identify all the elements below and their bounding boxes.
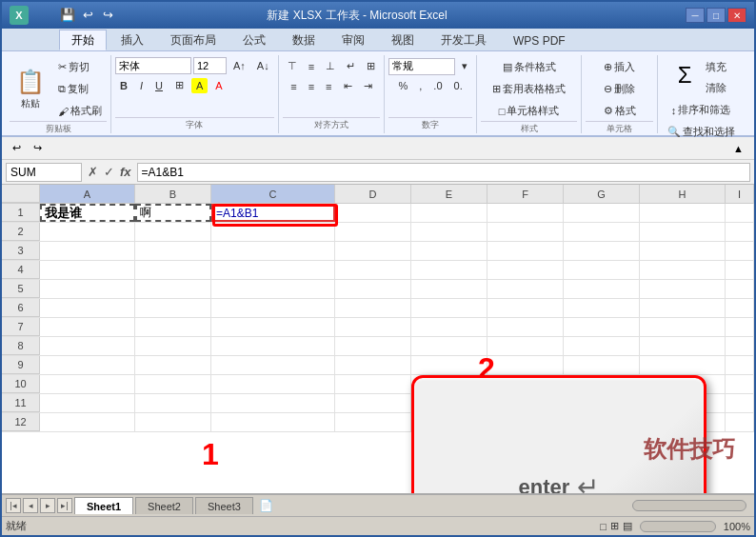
cell-c8[interactable] (211, 337, 335, 355)
cell-b9[interactable] (135, 356, 211, 374)
cell-c4[interactable] (211, 261, 335, 279)
decrease-font-button[interactable]: A↓ (252, 57, 274, 74)
tab-formula[interactable]: 公式 (230, 30, 278, 50)
cell-d12[interactable] (335, 413, 411, 431)
sheet-tab-3[interactable]: Sheet3 (195, 497, 253, 514)
cell-b4[interactable] (135, 261, 211, 279)
cell-i4[interactable] (726, 261, 754, 279)
cell-e5[interactable] (411, 280, 487, 298)
fill-color-button[interactable]: A (191, 78, 208, 93)
sheet-nav-last[interactable]: ▸| (57, 498, 72, 513)
row-header-12[interactable]: 12 (2, 413, 40, 431)
cell-h8[interactable] (640, 337, 726, 355)
cell-f6[interactable] (487, 299, 564, 317)
cancel-formula-button[interactable]: ✗ (86, 165, 100, 179)
cell-d9[interactable] (335, 356, 411, 374)
col-header-c[interactable]: C (211, 185, 335, 203)
cell-f12[interactable] (487, 413, 564, 431)
horizontal-scrollbar[interactable] (632, 500, 746, 511)
increase-font-button[interactable]: A↑ (229, 57, 250, 74)
cell-f2[interactable] (487, 223, 564, 241)
indent-right-button[interactable]: ⇥ (359, 77, 377, 95)
cell-style-button[interactable]: □ 单元格样式 (494, 101, 565, 121)
align-middle-button[interactable]: ≡ (304, 57, 319, 75)
align-right-button[interactable]: ≡ (321, 77, 336, 95)
row-header-1[interactable]: 1 (2, 204, 40, 222)
cell-e10[interactable] (411, 375, 487, 393)
cell-g6[interactable] (564, 299, 640, 317)
cell-g10[interactable] (564, 375, 640, 393)
conditional-format-button[interactable]: ▤ 条件格式 (498, 57, 561, 77)
minimize-button[interactable]: ─ (686, 8, 705, 23)
formula-input[interactable]: =A1&B1 (137, 163, 750, 182)
cell-b7[interactable] (135, 318, 211, 336)
format-painter-button[interactable]: 🖌 格式刷 (53, 101, 107, 121)
table-format-button[interactable]: ⊞ 套用表格格式 (487, 79, 570, 99)
cell-d2[interactable] (335, 223, 411, 241)
cell-a4[interactable] (40, 261, 135, 279)
view-normal-button[interactable]: □ (600, 521, 607, 532)
fill-button[interactable]: 填充 (701, 57, 731, 77)
copy-button[interactable]: ⧉ 复制 (53, 79, 107, 99)
cell-h11[interactable] (640, 394, 726, 412)
wrap-text-button[interactable]: ↵ (342, 57, 360, 75)
cell-d5[interactable] (335, 280, 411, 298)
cell-i1[interactable] (726, 204, 754, 222)
confirm-formula-button[interactable]: ✓ (102, 165, 116, 179)
corner-cell[interactable] (2, 185, 40, 203)
cell-i6[interactable] (726, 299, 754, 317)
format-cell-button[interactable]: ⚙ 格式 (599, 101, 641, 121)
col-header-h[interactable]: H (640, 185, 726, 203)
restore-button[interactable]: □ (706, 8, 726, 23)
row-header-5[interactable]: 5 (2, 280, 40, 298)
redo-button[interactable]: ↪ (29, 140, 47, 156)
align-bottom-button[interactable]: ⊥ (321, 57, 340, 75)
ribbon-collapse-button[interactable]: ▲ (728, 141, 748, 156)
cell-a7[interactable] (40, 318, 135, 336)
cell-b8[interactable] (135, 337, 211, 355)
cell-d6[interactable] (335, 299, 411, 317)
undo-qa-button[interactable]: ↩ (79, 6, 96, 23)
cell-e4[interactable] (411, 261, 487, 279)
bold-button[interactable]: B (115, 77, 132, 94)
sheet-nav-next[interactable]: ▸ (40, 498, 55, 513)
cell-c5[interactable] (211, 280, 335, 298)
cell-h2[interactable] (640, 223, 726, 241)
cell-e6[interactable] (411, 299, 487, 317)
cell-f1[interactable] (487, 204, 564, 222)
cell-h5[interactable] (640, 280, 726, 298)
cell-a2[interactable] (40, 223, 135, 241)
autosum-button[interactable]: Σ (670, 57, 699, 98)
font-size-input[interactable] (193, 57, 227, 74)
cell-a12[interactable] (40, 413, 135, 431)
percent-button[interactable]: % (394, 77, 413, 94)
cell-g7[interactable] (564, 318, 640, 336)
tab-wps-pdf[interactable]: WPS PDF (501, 30, 578, 50)
row-header-10[interactable]: 10 (2, 375, 40, 393)
comma-button[interactable]: , (414, 77, 427, 94)
cell-a1[interactable]: 我是谁 (40, 204, 135, 222)
cell-e1[interactable] (411, 204, 487, 222)
col-header-e[interactable]: E (411, 185, 487, 203)
close-button[interactable]: ✕ (727, 8, 746, 23)
sort-filter-button[interactable]: ↕ 排序和筛选 (666, 100, 736, 120)
merge-button[interactable]: ⊞ (362, 57, 380, 75)
tab-developer[interactable]: 开发工具 (428, 30, 499, 50)
cell-b3[interactable] (135, 242, 211, 260)
cell-e3[interactable] (411, 242, 487, 260)
cell-d7[interactable] (335, 318, 411, 336)
cell-i2[interactable] (726, 223, 754, 241)
decrease-decimal-button[interactable]: 0. (449, 77, 468, 94)
cell-f10[interactable] (487, 375, 564, 393)
view-page-layout-button[interactable]: ⊞ (610, 520, 619, 532)
cell-c7[interactable] (211, 318, 335, 336)
new-sheet-button[interactable]: 📄 (259, 499, 273, 512)
cell-h10[interactable] (640, 375, 726, 393)
cell-c1[interactable]: =A1&B1 (211, 204, 335, 222)
cell-f9[interactable] (487, 356, 564, 374)
cell-b10[interactable] (135, 375, 211, 393)
sheet-tab-1[interactable]: Sheet1 (74, 497, 133, 514)
cell-b11[interactable] (135, 394, 211, 412)
cell-i3[interactable] (726, 242, 754, 260)
cell-g12[interactable] (564, 413, 640, 431)
